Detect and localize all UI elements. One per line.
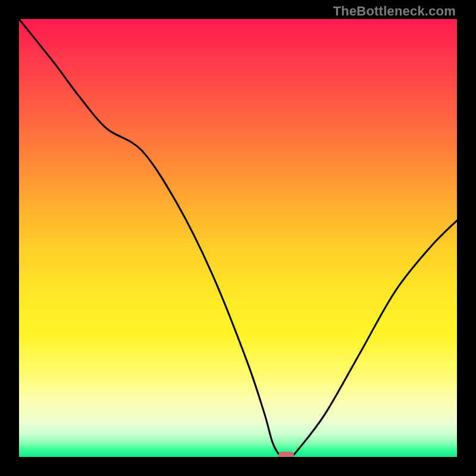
curve-layer (19, 19, 457, 457)
watermark-text: TheBottleneck.com (333, 4, 456, 19)
plot-area (19, 19, 457, 457)
optimum-marker (278, 452, 294, 457)
chart-frame: TheBottleneck.com (0, 0, 476, 476)
bottleneck-curve (19, 19, 457, 457)
